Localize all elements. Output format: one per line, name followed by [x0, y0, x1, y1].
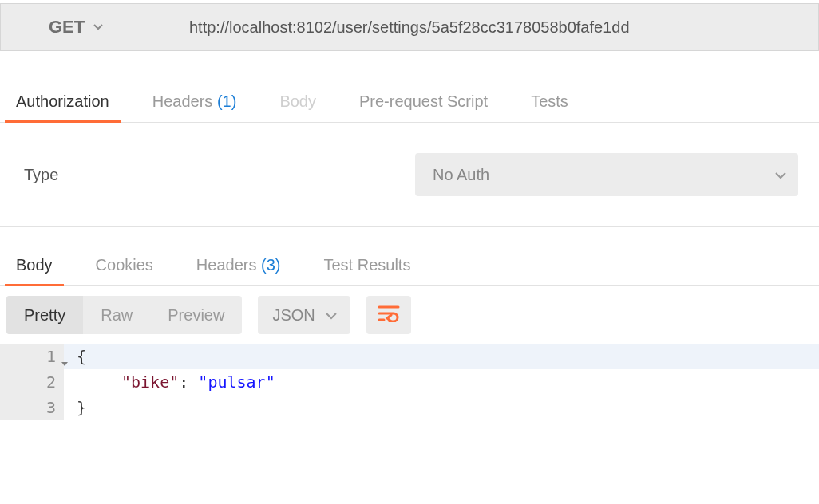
chevron-down-icon	[774, 169, 785, 180]
wrap-lines-button[interactable]	[366, 296, 411, 334]
auth-type-value: No Auth	[433, 166, 489, 184]
wrap-icon	[378, 305, 400, 326]
chevron-down-icon	[325, 309, 336, 321]
line-number: 2	[0, 369, 64, 395]
http-method-select[interactable]: GET	[1, 4, 152, 50]
request-url-text: http://localhost:8102/user/settings/5a5f…	[189, 18, 630, 37]
resp-tab-cookies[interactable]: Cookies	[86, 256, 163, 285]
resp-tab-test-results-label: Test Results	[323, 256, 410, 274]
line-number: 3	[0, 395, 64, 420]
resp-tab-body[interactable]: Body	[6, 256, 62, 285]
tab-authorization-label: Authorization	[16, 93, 109, 110]
tab-tests-label: Tests	[531, 93, 568, 110]
resp-tab-test-results[interactable]: Test Results	[314, 256, 420, 285]
format-select-value: JSON	[272, 306, 315, 325]
line-number: 1	[0, 344, 64, 369]
view-mode-preview[interactable]: Preview	[150, 296, 242, 334]
tab-authorization[interactable]: Authorization	[6, 93, 119, 122]
tab-prerequest[interactable]: Pre-request Script	[350, 93, 497, 122]
view-mode-raw[interactable]: Raw	[83, 296, 150, 334]
authorization-panel: Type No Auth	[0, 123, 819, 227]
http-method-value: GET	[49, 17, 85, 37]
tab-tests[interactable]: Tests	[521, 93, 578, 122]
response-body-viewer[interactable]: 1 { 2 "bike": "pulsar" 3 }	[0, 344, 819, 420]
format-select[interactable]: JSON	[258, 296, 350, 334]
code-line: 1 {	[0, 344, 819, 369]
tab-body[interactable]: Body	[270, 93, 326, 122]
response-toolbar: Pretty Raw Preview JSON	[0, 286, 819, 344]
auth-type-select[interactable]: No Auth	[415, 153, 798, 196]
view-mode-segmented: Pretty Raw Preview	[6, 296, 242, 334]
tab-headers-label: Headers	[152, 93, 213, 110]
request-bar: GET http://localhost:8102/user/settings/…	[0, 3, 819, 51]
tab-headers[interactable]: Headers (1)	[143, 93, 247, 122]
resp-tab-headers-label: Headers	[196, 256, 257, 274]
resp-tab-body-label: Body	[16, 256, 53, 274]
tab-headers-count: (1)	[217, 93, 236, 110]
code-text: "bike": "pulsar"	[64, 369, 275, 395]
tab-body-label: Body	[279, 93, 316, 110]
resp-tab-headers-count: (3)	[261, 256, 280, 274]
resp-tab-cookies-label: Cookies	[96, 256, 153, 274]
chevron-down-icon	[93, 22, 104, 33]
view-mode-raw-label: Raw	[101, 306, 133, 325]
tab-prerequest-label: Pre-request Script	[359, 93, 488, 110]
code-line: 2 "bike": "pulsar"	[0, 369, 819, 395]
request-tabs: Authorization Headers (1) Body Pre-reque…	[0, 83, 819, 123]
code-line: 3 }	[0, 395, 819, 420]
response-tabs: Body Cookies Headers (3) Test Results	[0, 246, 819, 286]
resp-tab-headers[interactable]: Headers (3)	[187, 256, 291, 285]
view-mode-pretty[interactable]: Pretty	[6, 296, 83, 334]
auth-type-label: Type	[24, 166, 415, 184]
request-url-input[interactable]: http://localhost:8102/user/settings/5a5f…	[152, 4, 818, 50]
view-mode-preview-label: Preview	[168, 306, 224, 325]
view-mode-pretty-label: Pretty	[24, 306, 65, 325]
code-text: }	[64, 395, 86, 420]
